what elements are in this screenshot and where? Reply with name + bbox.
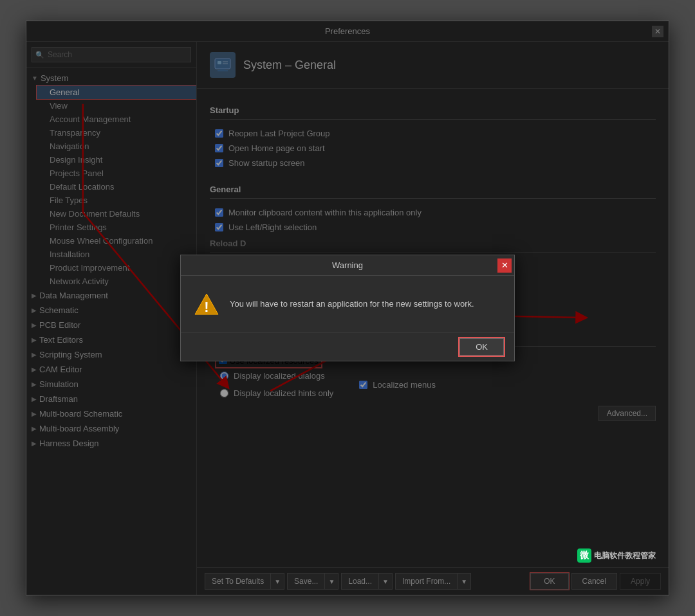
watermark-text: 电脑软件教程管家 [594,550,656,561]
warning-title-bar: Warning ✕ [181,255,514,276]
preferences-window: Preferences ✕ 🔍 ▼ System Genera [26,21,669,595]
svg-text:!: ! [204,299,208,315]
warning-title: Warning [332,260,363,270]
warning-overlay: Warning ✕ ! You will have to restart an … [26,21,669,595]
watermark: 微 电脑软件教程管家 [577,548,656,563]
warning-body: ! You will have to restart an applicatio… [181,276,514,332]
warning-icon: ! [194,291,219,317]
warning-close-button[interactable]: ✕ [497,258,512,273]
warning-ok-button[interactable]: OK [459,338,504,356]
warning-message: You will have to restart an application … [230,298,474,311]
warning-dialog: Warning ✕ ! You will have to restart an … [180,255,515,361]
warning-footer: OK [181,332,514,361]
wechat-icon: 微 [577,548,591,563]
